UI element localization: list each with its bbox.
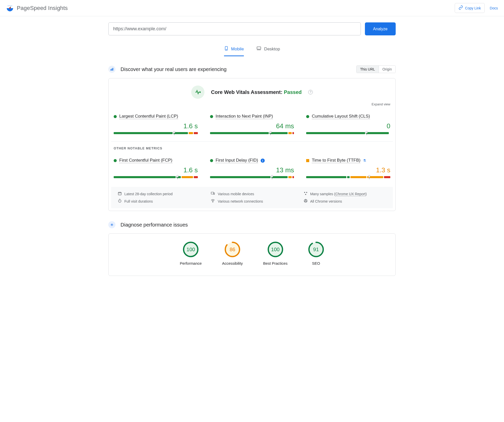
footer-network: Various network connections [211, 199, 293, 204]
status-dot-icon [114, 115, 117, 118]
chrome-icon [304, 199, 308, 204]
metric-value: 1.3 s [306, 166, 390, 174]
gauge-ring-icon: 100 [183, 241, 199, 258]
tab-mobile[interactable]: Mobile [224, 46, 244, 56]
footer-samples: Many samples (Chrome UX Report) [304, 191, 386, 196]
gauge-label: Performance [180, 261, 202, 265]
url-origin-toggle: This URL Origin [356, 65, 396, 73]
metric-value: 0 [306, 122, 390, 130]
copy-link-button[interactable]: Copy Link [455, 3, 485, 13]
metric-value: 1.6 s [114, 122, 198, 130]
section-discover-title: Discover what your real users are experi… [121, 66, 227, 72]
footer-chrome: All Chrome versions [304, 199, 386, 204]
pulse-icon [191, 86, 204, 99]
metric-name-link[interactable]: Largest Contentful Paint (LCP) [119, 114, 178, 119]
status-square-icon [306, 159, 309, 162]
distribution-bar [114, 176, 198, 178]
section-discover-head: Discover what your real users are experi… [108, 65, 396, 73]
metric-name-link[interactable]: First Input Delay (FID) [216, 158, 258, 163]
url-row: Analyze [108, 22, 396, 35]
tab-desktop-label: Desktop [264, 47, 280, 52]
link-icon [458, 5, 463, 11]
metric-tile: Time to First Byte (TTFB) ⚗1.3 s [306, 158, 390, 178]
metric-name-link[interactable]: Interaction to Next Paint (INP) [216, 114, 273, 119]
metric-name-link[interactable]: First Contentful Paint (FCP) [119, 158, 172, 163]
svg-point-4 [226, 49, 227, 50]
metric-tile: Interaction to Next Paint (INP)64 ms [210, 114, 294, 134]
metric-tile: Cumulative Layout Shift (CLS)0 [306, 114, 390, 134]
gauge-seo[interactable]: 91SEO [308, 241, 324, 265]
svg-rect-11 [211, 192, 214, 194]
docs-link[interactable]: Docs [490, 6, 498, 10]
vitals-card: Core Web Vitals Assessment: Passed ? Exp… [108, 78, 396, 211]
gauge-best-practices[interactable]: 100Best Practices [263, 241, 288, 265]
metric-value: 64 ms [210, 122, 294, 130]
metric-tile: First Contentful Paint (FCP)1.6 s [114, 158, 198, 178]
calendar-icon [118, 191, 122, 196]
desktop-icon [256, 46, 262, 52]
crux-link[interactable]: Chrome UX Report [335, 192, 365, 196]
assessment-status: Passed [284, 89, 302, 95]
brand-title: PageSpeed Insights [17, 5, 68, 11]
svg-point-21 [111, 224, 112, 225]
metric-tile: First Input Delay (FID) i13 ms [210, 158, 294, 178]
diagnose-icon [108, 221, 115, 228]
topbar-right: Copy Link Docs [455, 3, 498, 13]
samples-icon [304, 191, 308, 196]
gauge-value: 100 [267, 241, 284, 258]
svg-rect-8 [113, 68, 113, 71]
footer-text: Various network connections [218, 199, 263, 203]
gauge-ring-icon: 91 [308, 241, 324, 258]
footer-info: Latest 28-day collection period Various … [111, 187, 393, 208]
distribution-bar [210, 132, 294, 134]
section-diagnose-head: Diagnose performance issues [108, 221, 396, 228]
svg-point-13 [304, 192, 305, 193]
device-tabs: Mobile Desktop [108, 46, 396, 56]
gauge-label: Best Practices [263, 261, 288, 265]
status-dot-icon [306, 115, 309, 118]
gauges-row: 100Performance86Accessibility100Best Pra… [180, 241, 324, 265]
primary-metrics-grid: Largest Contentful Paint (LCP)1.6 sInter… [114, 114, 390, 134]
metric-tile: Largest Contentful Paint (LCP)1.6 s [114, 114, 198, 134]
devices-icon [211, 191, 215, 196]
mobile-icon [224, 46, 229, 52]
footer-text: All Chrome versions [310, 199, 342, 203]
gauge-ring-icon: 86 [224, 241, 241, 258]
distribution-bar [306, 132, 390, 134]
brand-logo-icon [6, 4, 14, 12]
assessment-label: Core Web Vitals Assessment: [211, 89, 284, 95]
discover-icon [108, 66, 115, 73]
assessment-row: Core Web Vitals Assessment: Passed ? [114, 86, 390, 99]
footer-durations: Full visit durations [118, 199, 200, 204]
info-icon[interactable]: i [261, 159, 265, 163]
footer-text: Full visit durations [124, 199, 153, 203]
footer-text: Latest 28-day collection period [124, 192, 173, 196]
flask-icon[interactable]: ⚗ [363, 159, 366, 163]
expand-view-link[interactable]: Expand view [114, 102, 390, 106]
divider [111, 141, 393, 142]
tab-desktop[interactable]: Desktop [256, 46, 280, 56]
svg-point-15 [305, 194, 306, 195]
tab-mobile-label: Mobile [231, 47, 244, 52]
analyze-button[interactable]: Analyze [365, 22, 396, 35]
metric-value: 13 ms [210, 166, 294, 174]
gauge-label: Accessibility [222, 261, 243, 265]
toggle-origin[interactable]: Origin [379, 66, 395, 73]
url-input[interactable] [108, 22, 361, 35]
help-icon[interactable]: ? [308, 90, 313, 94]
metric-name-link[interactable]: Cumulative Layout Shift (CLS) [312, 114, 370, 119]
svg-rect-7 [112, 68, 112, 71]
gauge-performance[interactable]: 100Performance [180, 241, 202, 265]
gauge-ring-icon: 100 [267, 241, 284, 258]
svg-point-14 [306, 192, 307, 193]
footer-text: Many samples (Chrome UX Report) [310, 192, 367, 196]
svg-point-9 [200, 92, 200, 92]
status-dot-icon [210, 115, 213, 118]
svg-point-17 [213, 202, 213, 202]
distribution-bar [210, 176, 294, 178]
gauge-accessibility[interactable]: 86Accessibility [222, 241, 243, 265]
svg-rect-0 [7, 5, 12, 6]
copy-link-label: Copy Link [465, 6, 481, 10]
metric-name-link[interactable]: Time to First Byte (TTFB) [312, 158, 360, 163]
toggle-this-url[interactable]: This URL [357, 66, 379, 73]
